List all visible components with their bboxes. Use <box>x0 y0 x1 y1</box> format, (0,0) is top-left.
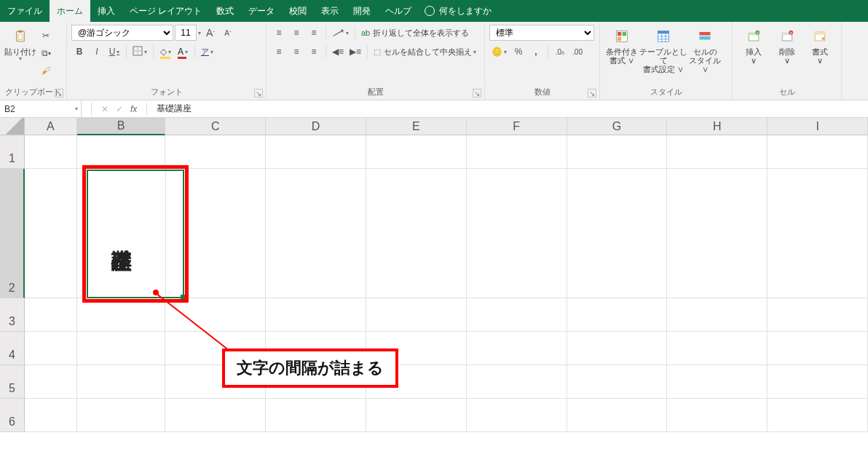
accounting-format-button[interactable]: 🪙 <box>489 44 509 60</box>
cell-A1[interactable] <box>25 135 77 169</box>
tab-help[interactable]: ヘルプ <box>378 0 419 22</box>
col-header-G[interactable]: G <box>567 118 668 135</box>
decrease-decimal-button[interactable]: .00 <box>569 44 585 60</box>
cell-F4[interactable] <box>467 332 567 365</box>
cell-E2[interactable] <box>366 169 467 298</box>
select-all-corner[interactable] <box>0 118 25 135</box>
borders-button[interactable] <box>130 44 149 60</box>
number-launcher[interactable]: ↘ <box>588 89 596 97</box>
cell-I6[interactable] <box>768 399 868 432</box>
format-cells-button[interactable]: 書式 ∨ <box>803 25 837 77</box>
cell-H3[interactable] <box>667 298 768 332</box>
cell-C2[interactable] <box>166 169 267 298</box>
clipboard-launcher[interactable]: ↘ <box>55 89 63 97</box>
row-header-4[interactable]: 4 <box>0 332 25 365</box>
row-header-6[interactable]: 6 <box>0 399 25 432</box>
cell-B2[interactable]: 基礎講座 <box>77 169 166 298</box>
cell-B1[interactable] <box>77 135 166 169</box>
copy-button[interactable]: ⧉▾ <box>38 45 54 61</box>
col-header-H[interactable]: H <box>667 118 768 135</box>
cut-button[interactable]: ✂ <box>38 28 54 44</box>
cell-B4[interactable] <box>77 332 166 365</box>
cell-I4[interactable] <box>768 332 868 365</box>
cancel-formula-button[interactable]: ✕ <box>101 104 108 114</box>
fill-color-button[interactable]: ◇ <box>157 44 173 60</box>
cell-E3[interactable] <box>366 298 467 332</box>
name-box[interactable]: B2 ▾ <box>0 100 82 117</box>
conditional-format-button[interactable]: 条件付き 書式 ∨ <box>604 25 639 77</box>
increase-decimal-button[interactable]: .0₀ <box>552 44 568 60</box>
cell-I3[interactable] <box>768 298 868 332</box>
tab-developer[interactable]: 開発 <box>346 0 378 22</box>
percent-button[interactable]: % <box>510 44 526 60</box>
font-launcher[interactable]: ↘ <box>254 89 263 97</box>
cell-A2[interactable] <box>25 169 77 298</box>
format-as-table-button[interactable]: テーブルとして 書式設定 ∨ <box>639 25 687 77</box>
increase-font-button[interactable]: Aˆ <box>202 25 218 41</box>
fx-icon[interactable]: fx <box>130 104 137 114</box>
cell-D3[interactable] <box>266 298 366 332</box>
col-header-E[interactable]: E <box>366 118 467 135</box>
cell-B3[interactable] <box>77 298 166 332</box>
formula-bar-value[interactable]: 基礎講座 <box>157 103 192 115</box>
cell-F1[interactable] <box>467 135 567 169</box>
align-top-button[interactable]: ≡ <box>271 25 287 41</box>
tab-page-layout[interactable]: ページ レイアウト <box>122 0 209 22</box>
font-size-input[interactable] <box>175 25 197 41</box>
tab-file[interactable]: ファイル <box>0 0 50 22</box>
cell-H4[interactable] <box>667 332 768 365</box>
cell-B6[interactable] <box>77 399 166 432</box>
cell-I1[interactable] <box>768 135 868 169</box>
cell-C3[interactable] <box>165 298 266 332</box>
cell-G6[interactable] <box>567 399 668 432</box>
tab-insert[interactable]: 挿入 <box>90 0 122 22</box>
cell-G3[interactable] <box>567 298 668 332</box>
col-header-C[interactable]: C <box>165 118 266 135</box>
italic-button[interactable]: I <box>89 44 105 60</box>
enter-formula-button[interactable]: ✓ <box>116 104 123 114</box>
row-header-2[interactable]: 2 <box>0 169 25 298</box>
font-name-select[interactable]: @游ゴシック <box>71 25 173 41</box>
cell-I5[interactable] <box>768 365 868 399</box>
cell-C6[interactable] <box>165 399 266 432</box>
cell-A6[interactable] <box>25 399 77 432</box>
row-header-5[interactable]: 5 <box>0 365 25 399</box>
cell-G5[interactable] <box>567 365 668 399</box>
cell-E6[interactable] <box>366 399 467 432</box>
cell-A4[interactable] <box>25 332 77 365</box>
row-header-3[interactable]: 3 <box>0 298 25 332</box>
number-format-select[interactable]: 標準 <box>489 25 594 41</box>
align-right-button[interactable]: ≡ <box>306 44 322 60</box>
align-center-button[interactable]: ≡ <box>288 44 304 60</box>
row-header-1[interactable]: 1 <box>0 135 25 169</box>
cell-A5[interactable] <box>25 365 77 399</box>
cell-styles-button[interactable]: セルの スタイル ∨ <box>687 25 722 77</box>
bold-button[interactable]: B <box>71 44 87 60</box>
tell-me-search[interactable]: 何をしますか <box>425 0 492 22</box>
cell-E1[interactable] <box>366 135 467 169</box>
col-header-B[interactable]: B <box>77 118 166 135</box>
alignment-launcher[interactable]: ↘ <box>473 89 481 97</box>
cell-D1[interactable] <box>266 135 366 169</box>
paste-button[interactable]: 貼り付け ▾ <box>4 25 36 77</box>
merge-center-button[interactable]: ⬚ セルを結合して中央揃え <box>371 44 478 60</box>
cell-D2[interactable] <box>266 169 366 298</box>
cell-B5[interactable] <box>77 365 166 399</box>
cell-H1[interactable] <box>667 135 768 169</box>
cell-H5[interactable] <box>667 365 768 399</box>
cell-F2[interactable] <box>467 169 567 298</box>
cell-C1[interactable] <box>165 135 266 169</box>
tab-review[interactable]: 校閲 <box>282 0 314 22</box>
cell-F3[interactable] <box>467 298 567 332</box>
cell-H6[interactable] <box>667 399 768 432</box>
wrap-text-button[interactable]: ab 折り返して全体を表示する <box>359 25 471 41</box>
tab-data[interactable]: データ <box>241 0 282 22</box>
col-header-F[interactable]: F <box>467 118 567 135</box>
insert-cells-button[interactable]: + 挿入 ∨ <box>737 25 770 77</box>
orientation-button[interactable]: ⟶ <box>330 25 351 41</box>
tab-view[interactable]: 表示 <box>314 0 346 22</box>
format-painter-button[interactable]: 🖌 <box>38 63 54 79</box>
decrease-font-button[interactable]: Aˇ <box>220 25 236 41</box>
align-bottom-button[interactable]: ≡ <box>306 25 322 41</box>
decrease-indent-button[interactable]: ◀≡ <box>330 44 346 60</box>
